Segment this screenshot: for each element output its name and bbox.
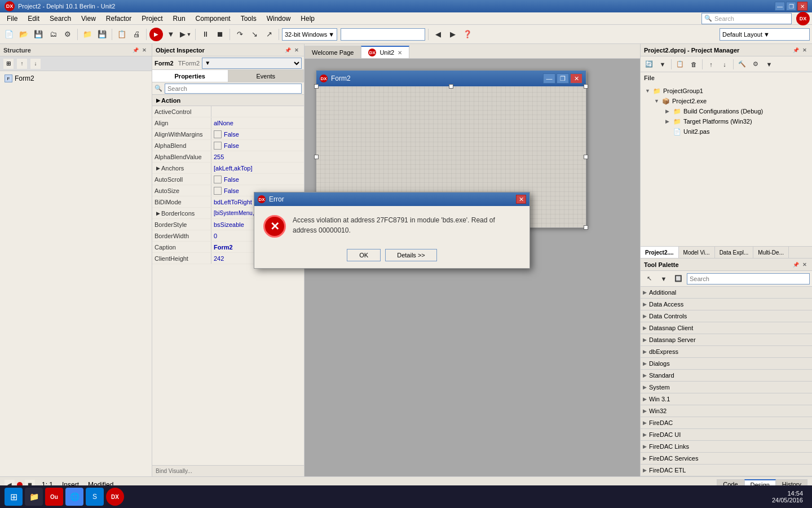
pm-tree-unit2pas[interactable]: ▶ 📄 Unit2.pas [643, 126, 810, 137]
menu-window[interactable]: Window [262, 14, 295, 24]
tp-dropdown-btn[interactable]: ▼ [657, 273, 670, 285]
tool-palette-search-input[interactable] [687, 273, 810, 284]
open-button[interactable]: 📂 [17, 28, 30, 41]
checkbox-autoscroll[interactable] [214, 176, 222, 183]
inspector-pin-button[interactable]: 📌 [284, 46, 292, 54]
error-dialog[interactable]: DX Error ✕ ✕ Access violation at address… [254, 192, 530, 269]
structure-close-icon[interactable]: ✕ [140, 46, 148, 54]
rbt-project2[interactable]: Project2.... [641, 247, 679, 258]
rbt-model-vi[interactable]: Model Vi... [679, 247, 715, 258]
save-all-button[interactable]: 🗂 [46, 28, 60, 41]
prop-value-alignwithmargins[interactable]: False [211, 129, 304, 139]
back-button[interactable]: ◀ [431, 28, 445, 41]
menu-view[interactable]: View [77, 14, 100, 24]
pm-tree-project2exe[interactable]: ▼ 📦 Project2.exe [643, 96, 810, 106]
inspector-properties-tab[interactable]: Properties [152, 70, 228, 82]
resize-handle-tm[interactable] [449, 84, 453, 89]
tp-standard-header[interactable]: ▶ Standard [641, 370, 812, 381]
menu-component[interactable]: Component [191, 14, 235, 24]
tp-system-header[interactable]: ▶ System [641, 382, 812, 393]
unit2-tab-close[interactable]: ✕ [398, 50, 402, 56]
taskbar-chrome[interactable]: 🌐 [65, 488, 83, 506]
taskbar-file-explorer[interactable]: 📁 [25, 488, 43, 506]
resize-handle-mr[interactable] [584, 155, 588, 159]
inspector-target-dropdown[interactable]: ▼ [202, 58, 302, 69]
add-file-button[interactable]: 📋 [115, 28, 129, 41]
taskbar-skype[interactable]: S [86, 488, 104, 506]
pm-btn-build[interactable]: 🔨 [736, 58, 748, 71]
pm-btn-dropdown[interactable]: ▼ [656, 58, 669, 71]
help-button[interactable]: ❓ [461, 28, 474, 41]
forward-button[interactable]: ▶ [446, 28, 460, 41]
pm-tree-target-platforms[interactable]: ▶ 📁 Target Platforms (Win32) [643, 116, 810, 126]
menu-edit[interactable]: Edit [23, 14, 44, 24]
pm-btn-up[interactable]: ↑ [705, 58, 717, 71]
tp-component-btn[interactable]: 🔲 [672, 273, 685, 285]
menu-help[interactable]: Help [296, 14, 319, 24]
new-button[interactable]: 📄 [2, 28, 16, 41]
step-into-button[interactable]: ↘ [248, 28, 261, 41]
inspector-search-input[interactable] [165, 84, 302, 94]
tp-dbexpress-header[interactable]: ▶ dbExpress [641, 346, 812, 357]
checkbox-alignwithmargins[interactable] [214, 130, 222, 138]
menu-project[interactable]: Project [137, 14, 167, 24]
config-dropdown[interactable] [341, 28, 425, 41]
error-ok-button[interactable]: OK [347, 249, 381, 261]
start-button[interactable]: ⊞ [5, 488, 23, 506]
bordericons-expand-icon[interactable]: ▶ [155, 211, 161, 216]
tp-dialogs-header[interactable]: ▶ Dialogs [641, 358, 812, 369]
platform-dropdown[interactable]: 32-bit Windows ▼ [282, 28, 337, 41]
pm-btn-options[interactable]: ⚙ [749, 58, 762, 71]
pm-pin-button[interactable]: 📌 [792, 46, 800, 54]
prop-value-alphablendvalue[interactable]: 255 [211, 151, 304, 162]
resize-handle-ml[interactable] [314, 155, 319, 159]
tp-datacontrols-header[interactable]: ▶ Data Controls [641, 310, 812, 322]
form2-restore-btn[interactable]: ❐ [557, 73, 569, 84]
unit2-tab[interactable]: DX Unit2 ✕ [361, 46, 409, 58]
taskbar-outlook[interactable]: Ou [45, 488, 63, 506]
stop-button[interactable]: ⏹ [213, 28, 227, 41]
tp-firedacetl-header[interactable]: ▶ FireDAC ETL [641, 465, 812, 476]
open-project-button[interactable]: 📁 [81, 28, 94, 41]
step-out-button[interactable]: ↗ [262, 28, 276, 41]
menu-tools[interactable]: Tools [236, 14, 261, 24]
pm-btn-more[interactable]: ▼ [763, 58, 775, 71]
prop-value-activecontrol[interactable] [211, 106, 304, 117]
pm-btn-down[interactable]: ↓ [718, 58, 731, 71]
pm-tree-build-config[interactable]: ▶ 📁 Build Configurations (Debug) [643, 106, 810, 116]
pause-button[interactable]: ⏸ [198, 28, 212, 41]
minimize-button[interactable]: — [775, 2, 785, 11]
checkbox-autosize[interactable] [214, 187, 222, 195]
pm-tree-projectgroup[interactable]: ▼ 📁 ProjectGroup1 [643, 86, 810, 96]
action-section-header[interactable]: ▶ Action [152, 95, 304, 106]
error-details-button[interactable]: Details >> [385, 249, 437, 261]
pm-btn-add[interactable]: 📋 [674, 58, 686, 71]
layout-dropdown[interactable]: Default Layout ▼ [720, 28, 810, 41]
run-button[interactable]: ▶ [149, 28, 163, 41]
struct-btn-3[interactable]: ↓ [30, 59, 41, 69]
struct-btn-1[interactable]: ⊞ [3, 59, 14, 69]
form2-minimize-btn[interactable]: — [543, 73, 555, 84]
tp-firedacui-header[interactable]: ▶ FireDAC UI [641, 429, 812, 440]
structure-form2-item[interactable]: F Form2 [2, 73, 149, 84]
prop-value-align[interactable]: alNone [211, 117, 304, 128]
rbt-data-expl[interactable]: Data Expl... [715, 247, 754, 258]
anchors-expand-icon[interactable]: ▶ [155, 165, 161, 171]
save-button[interactable]: 💾 [32, 28, 45, 41]
toolbar-run-dropdown2[interactable]: ▶▼ [179, 28, 192, 41]
pm-btn-remove[interactable]: 🗑 [687, 58, 700, 71]
menu-run[interactable]: Run [169, 14, 190, 24]
inspector-events-tab[interactable]: Events [228, 70, 304, 82]
checkbox-alphablend[interactable] [214, 142, 222, 150]
error-dialog-close-button[interactable]: ✕ [516, 195, 526, 204]
step-over-button[interactable]: ↷ [233, 28, 246, 41]
resize-handle-tr[interactable] [584, 84, 588, 89]
tp-firedaclinks-header[interactable]: ▶ FireDAC Links [641, 441, 812, 452]
tp-firedacservices-header[interactable]: ▶ FireDAC Services [641, 453, 812, 464]
prop-value-alphablend[interactable]: False [211, 140, 304, 151]
tp-close-button[interactable]: ✕ [801, 261, 809, 269]
tp-win31-header[interactable]: ▶ Win 3.1 [641, 393, 812, 405]
toolbar-btn-8[interactable]: 🖨 [130, 28, 143, 41]
menu-refactor[interactable]: Refactor [102, 14, 136, 24]
run-dropdown[interactable]: ▼ [164, 28, 178, 41]
